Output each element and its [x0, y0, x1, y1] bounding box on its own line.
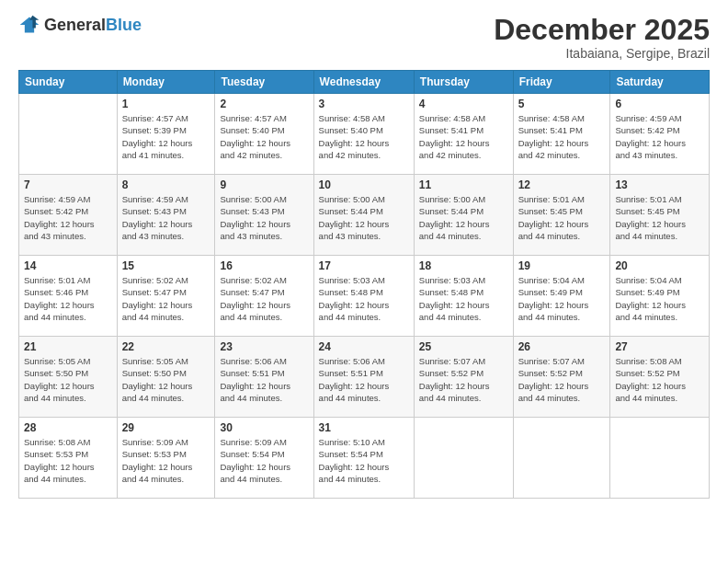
day-info: Sunrise: 4:58 AM Sunset: 5:41 PM Dayligh…: [518, 112, 606, 161]
day-number: 10: [319, 178, 409, 191]
calendar-cell: 9Sunrise: 5:00 AM Sunset: 5:43 PM Daylig…: [215, 175, 313, 256]
calendar-cell: 26Sunrise: 5:07 AM Sunset: 5:52 PM Dayli…: [513, 337, 610, 418]
day-number: 12: [518, 178, 606, 191]
day-number: 28: [24, 421, 112, 434]
day-info: Sunrise: 5:08 AM Sunset: 5:53 PM Dayligh…: [24, 436, 112, 485]
calendar-cell: 15Sunrise: 5:02 AM Sunset: 5:47 PM Dayli…: [117, 256, 215, 337]
calendar-cell: 6Sunrise: 4:59 AM Sunset: 5:42 PM Daylig…: [610, 94, 710, 175]
day-number: 30: [220, 421, 308, 434]
calendar-cell: 23Sunrise: 5:06 AM Sunset: 5:51 PM Dayli…: [215, 337, 313, 418]
col-wednesday: Wednesday: [313, 71, 414, 94]
logo-icon: [18, 14, 40, 36]
calendar-cell: 2Sunrise: 4:57 AM Sunset: 5:40 PM Daylig…: [215, 94, 313, 175]
col-thursday: Thursday: [414, 71, 513, 94]
day-info: Sunrise: 4:57 AM Sunset: 5:40 PM Dayligh…: [220, 112, 308, 161]
day-info: Sunrise: 5:10 AM Sunset: 5:54 PM Dayligh…: [319, 436, 409, 485]
logo-blue: Blue: [106, 16, 142, 34]
day-info: Sunrise: 5:00 AM Sunset: 5:43 PM Dayligh…: [220, 193, 308, 242]
day-number: 17: [319, 259, 409, 272]
calendar-table: Sunday Monday Tuesday Wednesday Thursday…: [18, 70, 710, 499]
calendar-cell: [414, 418, 513, 499]
day-number: 22: [122, 340, 210, 353]
calendar-cell: 30Sunrise: 5:09 AM Sunset: 5:54 PM Dayli…: [215, 418, 313, 499]
calendar-cell: 17Sunrise: 5:03 AM Sunset: 5:48 PM Dayli…: [313, 256, 414, 337]
day-number: 25: [419, 340, 508, 353]
day-info: Sunrise: 5:05 AM Sunset: 5:50 PM Dayligh…: [24, 355, 112, 404]
day-number: 5: [518, 98, 606, 110]
calendar-header-row: Sunday Monday Tuesday Wednesday Thursday…: [19, 71, 710, 94]
calendar-cell: 29Sunrise: 5:09 AM Sunset: 5:53 PM Dayli…: [117, 418, 215, 499]
day-number: 26: [518, 340, 606, 353]
col-tuesday: Tuesday: [215, 71, 313, 94]
calendar-cell: 10Sunrise: 5:00 AM Sunset: 5:44 PM Dayli…: [313, 175, 414, 256]
calendar-cell: 21Sunrise: 5:05 AM Sunset: 5:50 PM Dayli…: [19, 337, 118, 418]
day-info: Sunrise: 4:59 AM Sunset: 5:42 PM Dayligh…: [615, 112, 704, 161]
day-info: Sunrise: 5:01 AM Sunset: 5:45 PM Dayligh…: [518, 193, 606, 242]
day-info: Sunrise: 5:03 AM Sunset: 5:48 PM Dayligh…: [419, 274, 508, 323]
calendar-cell: 19Sunrise: 5:04 AM Sunset: 5:49 PM Dayli…: [513, 256, 610, 337]
calendar-cell: 27Sunrise: 5:08 AM Sunset: 5:52 PM Dayli…: [610, 337, 710, 418]
day-info: Sunrise: 5:00 AM Sunset: 5:44 PM Dayligh…: [319, 193, 409, 242]
calendar-cell: 4Sunrise: 4:58 AM Sunset: 5:41 PM Daylig…: [414, 94, 513, 175]
calendar-cell: 18Sunrise: 5:03 AM Sunset: 5:48 PM Dayli…: [414, 256, 513, 337]
calendar-cell: 31Sunrise: 5:10 AM Sunset: 5:54 PM Dayli…: [313, 418, 414, 499]
calendar-cell: [19, 94, 118, 175]
day-info: Sunrise: 4:59 AM Sunset: 5:43 PM Dayligh…: [122, 193, 210, 242]
calendar-cell: [610, 418, 710, 499]
day-info: Sunrise: 5:02 AM Sunset: 5:47 PM Dayligh…: [220, 274, 308, 323]
day-info: Sunrise: 4:58 AM Sunset: 5:41 PM Dayligh…: [419, 112, 508, 161]
day-info: Sunrise: 5:07 AM Sunset: 5:52 PM Dayligh…: [419, 355, 508, 404]
calendar-cell: [513, 418, 610, 499]
calendar-cell: 7Sunrise: 4:59 AM Sunset: 5:42 PM Daylig…: [19, 175, 118, 256]
logo-text: GeneralBlue: [44, 16, 142, 35]
day-number: 8: [122, 178, 210, 191]
calendar-cell: 20Sunrise: 5:04 AM Sunset: 5:49 PM Dayli…: [610, 256, 710, 337]
calendar-week-3: 21Sunrise: 5:05 AM Sunset: 5:50 PM Dayli…: [19, 337, 710, 418]
day-info: Sunrise: 5:03 AM Sunset: 5:48 PM Dayligh…: [319, 274, 409, 323]
day-info: Sunrise: 5:07 AM Sunset: 5:52 PM Dayligh…: [518, 355, 606, 404]
day-number: 16: [220, 259, 308, 272]
calendar-week-0: 1Sunrise: 4:57 AM Sunset: 5:39 PM Daylig…: [19, 94, 710, 175]
day-number: 29: [122, 421, 210, 434]
col-friday: Friday: [513, 71, 610, 94]
col-monday: Monday: [117, 71, 215, 94]
day-info: Sunrise: 5:02 AM Sunset: 5:47 PM Dayligh…: [122, 274, 210, 323]
day-number: 1: [122, 98, 210, 110]
day-info: Sunrise: 5:08 AM Sunset: 5:52 PM Dayligh…: [615, 355, 704, 404]
calendar-cell: 16Sunrise: 5:02 AM Sunset: 5:47 PM Dayli…: [215, 256, 313, 337]
day-info: Sunrise: 5:00 AM Sunset: 5:44 PM Dayligh…: [419, 193, 508, 242]
day-number: 27: [615, 340, 704, 353]
calendar-cell: 24Sunrise: 5:06 AM Sunset: 5:51 PM Dayli…: [313, 337, 414, 418]
day-number: 4: [419, 98, 508, 110]
month-title: December 2025: [494, 14, 710, 46]
day-number: 14: [24, 259, 112, 272]
day-number: 7: [24, 178, 112, 191]
day-info: Sunrise: 5:04 AM Sunset: 5:49 PM Dayligh…: [615, 274, 704, 323]
col-saturday: Saturday: [610, 71, 710, 94]
header: GeneralBlue December 2025 Itabaiana, Ser…: [18, 14, 710, 61]
day-number: 15: [122, 259, 210, 272]
calendar-cell: 12Sunrise: 5:01 AM Sunset: 5:45 PM Dayli…: [513, 175, 610, 256]
day-number: 11: [419, 178, 508, 191]
subtitle: Itabaiana, Sergipe, Brazil: [494, 46, 710, 61]
calendar-cell: 22Sunrise: 5:05 AM Sunset: 5:50 PM Dayli…: [117, 337, 215, 418]
day-info: Sunrise: 5:05 AM Sunset: 5:50 PM Dayligh…: [122, 355, 210, 404]
calendar-cell: 25Sunrise: 5:07 AM Sunset: 5:52 PM Dayli…: [414, 337, 513, 418]
day-info: Sunrise: 4:59 AM Sunset: 5:42 PM Dayligh…: [24, 193, 112, 242]
title-block: December 2025 Itabaiana, Sergipe, Brazil: [494, 14, 710, 61]
calendar-cell: 13Sunrise: 5:01 AM Sunset: 5:45 PM Dayli…: [610, 175, 710, 256]
day-number: 24: [319, 340, 409, 353]
day-info: Sunrise: 4:58 AM Sunset: 5:40 PM Dayligh…: [319, 112, 409, 161]
day-info: Sunrise: 5:04 AM Sunset: 5:49 PM Dayligh…: [518, 274, 606, 323]
day-number: 21: [24, 340, 112, 353]
day-info: Sunrise: 5:01 AM Sunset: 5:45 PM Dayligh…: [615, 193, 704, 242]
day-number: 6: [615, 98, 704, 110]
day-number: 3: [319, 98, 409, 110]
day-info: Sunrise: 5:01 AM Sunset: 5:46 PM Dayligh…: [24, 274, 112, 323]
day-info: Sunrise: 5:06 AM Sunset: 5:51 PM Dayligh…: [319, 355, 409, 404]
day-number: 31: [319, 421, 409, 434]
calendar-week-2: 14Sunrise: 5:01 AM Sunset: 5:46 PM Dayli…: [19, 256, 710, 337]
day-info: Sunrise: 5:06 AM Sunset: 5:51 PM Dayligh…: [220, 355, 308, 404]
day-number: 19: [518, 259, 606, 272]
page: GeneralBlue December 2025 Itabaiana, Ser…: [0, 0, 728, 563]
